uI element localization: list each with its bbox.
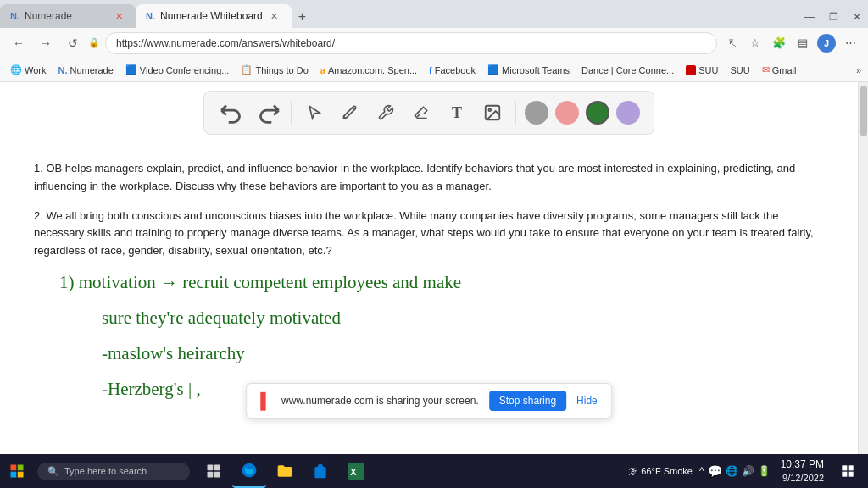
svg-rect-2 <box>11 465 17 471</box>
minimize-button[interactable]: — <box>798 6 821 28</box>
nav-actions: ⭶ ☆ 🧩 ▤ J ⋯ <box>721 32 861 54</box>
bookmark-numerade[interactable]: N. Numerade <box>54 64 116 77</box>
bookmark-work[interactable]: 🌐 Work <box>7 63 49 77</box>
tab-close-1[interactable]: ✕ <box>112 9 125 23</box>
hide-banner-button[interactable]: Hide <box>576 395 598 407</box>
bookmark-suu-red[interactable]: SUU <box>682 64 721 77</box>
bookmarks-bar: 🌐 Work N. Numerade 🟦 Video Conferencing.… <box>0 58 868 82</box>
stop-sharing-button[interactable]: Stop sharing <box>489 391 566 411</box>
address-bar[interactable] <box>105 32 717 54</box>
security-lock-icon: 🔒 <box>88 37 100 48</box>
scrollbar[interactable] <box>858 82 868 454</box>
tab-label-1: Numerade <box>25 10 72 22</box>
forward-button[interactable]: → <box>34 31 58 55</box>
sidebar-icon[interactable]: ▤ <box>792 32 814 54</box>
clock-time: 10:37 PM <box>781 458 824 472</box>
clock-date: 9/12/2022 <box>781 472 824 485</box>
maximize-button[interactable]: ❐ <box>822 6 844 28</box>
toolbar-container: T <box>203 91 654 135</box>
scrollbar-thumb[interactable] <box>860 86 867 136</box>
screen-sharing-banner: ▌ www.numerade.com is sharing your scree… <box>246 383 612 419</box>
bookmark-teams-icon: 🟦 <box>487 64 499 75</box>
svg-rect-13 <box>849 465 854 470</box>
bookmark-gmail[interactable]: ✉ Gmail <box>759 63 800 77</box>
bookmark-teams[interactable]: 🟦 Microsoft Teams <box>484 63 573 77</box>
notification-button[interactable] <box>834 454 861 488</box>
pencil-tool-button[interactable] <box>336 98 364 127</box>
color-swatch-gray[interactable] <box>525 101 548 125</box>
taskbar-search[interactable]: 🔍 Type here to search <box>37 463 190 480</box>
svg-rect-14 <box>842 472 847 477</box>
color-swatch-pink[interactable] <box>555 101 579 125</box>
bookmark-amazon[interactable]: a Amazon.com. Spen... <box>317 64 420 77</box>
bookmark-suu-red-label: SUU <box>698 65 718 75</box>
bookmark-dance[interactable]: Dance | Core Conne... <box>578 64 677 77</box>
file-explorer-button[interactable] <box>268 454 302 488</box>
whiteboard-toolbar: T <box>0 82 858 143</box>
undo-button[interactable] <box>218 98 247 127</box>
bookmark-facebook-icon: f <box>429 65 432 75</box>
battery-icon[interactable]: 🔋 <box>758 465 771 477</box>
tab-label-2: Numerade Whiteboard <box>160 10 263 22</box>
bookmark-amazon-label: Amazon.com. Spen... <box>328 65 417 75</box>
search-icon: 🔍 <box>47 466 59 477</box>
select-tool-button[interactable] <box>300 98 329 127</box>
edge-app-button[interactable] <box>232 454 266 488</box>
bookmarks-more-button[interactable]: » <box>856 65 861 75</box>
svg-point-1 <box>488 108 491 111</box>
eraser-tool-button[interactable] <box>407 98 436 127</box>
back-button[interactable]: ← <box>7 31 31 55</box>
store-app-button[interactable] <box>303 454 337 488</box>
network-icon[interactable]: 🌐 <box>726 465 738 477</box>
color-swatch-lavender[interactable] <box>616 101 640 125</box>
image-icon <box>483 103 502 122</box>
bookmark-work-icon: 🌐 <box>10 64 22 75</box>
bookmark-dance-label: Dance | Core Conne... <box>581 65 674 75</box>
taskbar: 🔍 Type here to search <box>0 454 868 488</box>
bookmark-todo-icon: 📋 <box>241 64 253 75</box>
share-icon[interactable]: ⭶ <box>721 32 743 54</box>
menu-button[interactable]: ⋯ <box>839 32 861 54</box>
task-view-icon <box>206 463 221 479</box>
tab-whiteboard-active[interactable]: N. Numerade Whiteboard ✕ <box>136 4 292 28</box>
navigation-bar: ← → ↺ 🔒 ⭶ ☆ 🧩 ▤ J ⋯ <box>0 28 868 58</box>
refresh-button[interactable]: ↺ <box>61 31 85 55</box>
tools-button[interactable] <box>371 98 400 127</box>
bookmark-icon[interactable]: ☆ <box>744 32 766 54</box>
text-tool-button[interactable]: T <box>442 98 471 127</box>
toolbar-separator-2 <box>515 101 516 125</box>
start-button[interactable] <box>0 454 34 488</box>
tab-close-2[interactable]: ✕ <box>268 9 281 23</box>
weather-widget[interactable]: 🌫 66°F Smoke <box>625 466 696 476</box>
svg-text:X: X <box>350 467 357 477</box>
redo-button[interactable] <box>253 98 282 127</box>
weather-icon: 🌫 <box>628 466 637 476</box>
excel-app-button[interactable]: X <box>339 454 373 488</box>
taskbar-clock[interactable]: 10:37 PM 9/12/2022 <box>774 458 831 485</box>
task-view-button[interactable] <box>197 454 231 488</box>
windows-logo-icon <box>9 463 25 479</box>
bookmark-suu-blue[interactable]: SUU <box>726 64 753 77</box>
bookmark-video[interactable]: 🟦 Video Conferencing... <box>122 63 233 77</box>
bookmark-video-label: Video Conferencing... <box>140 65 230 75</box>
edge-icon <box>241 462 258 479</box>
new-tab-button[interactable]: + <box>292 6 313 28</box>
browser-content: T 1. OB helps <box>0 82 868 454</box>
svg-rect-4 <box>11 472 17 478</box>
system-tray-icons: ^ 💬 🌐 🔊 🔋 <box>699 464 771 478</box>
search-placeholder: Type here to search <box>64 466 147 476</box>
extensions-icon[interactable]: 🧩 <box>768 32 790 54</box>
bookmark-facebook[interactable]: f Facebook <box>426 64 479 77</box>
chat-icon[interactable]: 💬 <box>708 464 722 478</box>
volume-icon[interactable]: 🔊 <box>742 465 754 477</box>
bookmark-todo[interactable]: 📋 Things to Do <box>237 63 311 77</box>
profile-button[interactable]: J <box>815 32 837 54</box>
close-button[interactable]: ✕ <box>846 6 868 28</box>
tray-chevron[interactable]: ^ <box>699 465 704 477</box>
image-tool-button[interactable] <box>478 98 507 127</box>
tab-numerade-inactive[interactable]: N. Numerade ✕ <box>0 4 136 28</box>
bookmark-gmail-icon: ✉ <box>762 64 770 75</box>
bookmark-work-label: Work <box>25 65 46 75</box>
handwritten-line-1: 1) motivation → recruit competent employ… <box>59 272 461 293</box>
color-swatch-green[interactable] <box>586 101 609 125</box>
